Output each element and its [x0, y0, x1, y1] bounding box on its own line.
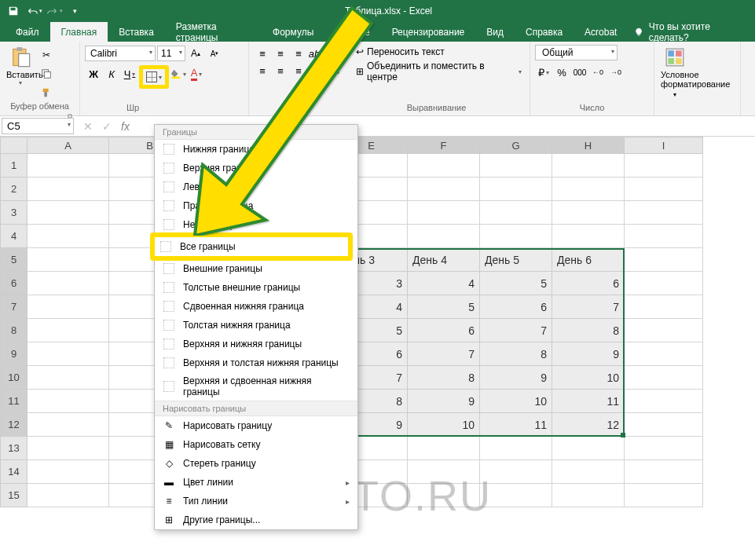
format-painter-icon[interactable]	[38, 84, 55, 101]
row-header-13[interactable]: 13	[0, 437, 27, 460]
col-header-A[interactable]: A	[27, 137, 109, 154]
cell[interactable]	[27, 460, 109, 484]
cell[interactable]: 10	[408, 413, 480, 437]
border-option[interactable]: Верхняя и нижняя границы	[155, 335, 357, 353]
cell[interactable]	[27, 248, 109, 272]
cell[interactable]	[625, 342, 703, 366]
select-all-corner[interactable]	[0, 137, 27, 154]
cell[interactable]: 6	[552, 272, 625, 295]
increase-indent-icon[interactable]: ⇥	[326, 62, 343, 79]
cell[interactable]	[480, 484, 552, 507]
row-header-12[interactable]: 12	[0, 413, 27, 437]
cell[interactable]	[552, 225, 625, 248]
border-option[interactable]: Правая граница	[155, 196, 357, 215]
cell[interactable]	[27, 342, 109, 366]
row-header-11[interactable]: 11	[0, 390, 27, 413]
bold-button[interactable]: Ж	[85, 65, 102, 82]
percent-format-icon[interactable]: %	[553, 64, 570, 81]
cell[interactable]	[552, 484, 625, 507]
cell[interactable]	[625, 201, 703, 225]
cell[interactable]	[625, 154, 703, 178]
tab-layout[interactable]: Разметка страницы	[165, 22, 262, 42]
row-header-9[interactable]: 9	[0, 342, 27, 366]
cell[interactable]	[625, 272, 703, 295]
cell[interactable]	[552, 460, 625, 484]
increase-font-icon[interactable]: A▴	[187, 45, 204, 62]
cell[interactable]	[27, 178, 109, 201]
row-header-2[interactable]: 2	[0, 178, 27, 201]
cell[interactable]	[480, 178, 552, 201]
cell[interactable]	[625, 413, 703, 437]
cell[interactable]	[27, 225, 109, 248]
cell[interactable]: 9	[552, 342, 625, 366]
border-draw-option[interactable]: ◇Стереть границу	[155, 454, 357, 473]
align-left-icon[interactable]: ≡	[254, 62, 271, 79]
merge-center-button[interactable]: ⊞Объединить и поместить в центре	[353, 59, 525, 84]
cell[interactable]	[625, 366, 703, 390]
underline-button[interactable]: Ч	[121, 65, 138, 82]
cell[interactable]	[27, 437, 109, 460]
col-header-F[interactable]: F	[408, 137, 480, 154]
cell[interactable]: День 4	[408, 248, 480, 272]
cell[interactable]	[408, 460, 480, 484]
row-header-1[interactable]: 1	[0, 154, 27, 178]
border-draw-option[interactable]: ≡Тип линии	[155, 492, 357, 511]
paste-button[interactable]: Вставить ▾	[5, 45, 36, 88]
cell[interactable]	[480, 437, 552, 460]
cell[interactable]: 7	[552, 295, 625, 319]
row-header-3[interactable]: 3	[0, 201, 27, 225]
border-option[interactable]: Верхняя граница	[155, 159, 357, 178]
conditional-formatting-button[interactable]: Условное форматирование ▾	[659, 45, 691, 100]
tab-file[interactable]: Файл	[5, 22, 50, 42]
tab-data[interactable]: Данные	[324, 22, 380, 42]
tell-me[interactable]: Что вы хотите сделать?	[628, 22, 755, 42]
row-header-10[interactable]: 10	[0, 366, 27, 390]
cell[interactable]	[552, 201, 625, 225]
cell[interactable]	[625, 225, 703, 248]
font-name-combo[interactable]: Calibri	[85, 46, 156, 61]
tab-home[interactable]: Главная	[50, 22, 108, 42]
cancel-formula-icon[interactable]: ✕	[83, 120, 93, 133]
cell[interactable]	[552, 178, 625, 201]
cell[interactable]	[27, 295, 109, 319]
cell[interactable]	[408, 225, 480, 248]
number-format-combo[interactable]: Общий	[535, 45, 618, 60]
row-header-4[interactable]: 4	[0, 225, 27, 248]
cell[interactable]	[408, 154, 480, 178]
fill-color-button[interactable]	[170, 65, 187, 82]
cell[interactable]	[480, 460, 552, 484]
cell[interactable]	[625, 295, 703, 319]
cell[interactable]: 8	[552, 319, 625, 342]
cell[interactable]: 11	[480, 413, 552, 437]
border-draw-option[interactable]: ⊞Другие границы...	[155, 511, 357, 529]
accounting-format-icon[interactable]: ₽	[535, 64, 552, 81]
decrease-decimal-icon[interactable]: →0	[607, 64, 625, 81]
cell[interactable]	[408, 484, 480, 507]
decrease-font-icon[interactable]: A▾	[206, 45, 223, 62]
align-top-icon[interactable]: ≡	[254, 45, 271, 62]
border-option[interactable]: Нет границы	[155, 215, 357, 234]
cell[interactable]	[27, 272, 109, 295]
col-header-H[interactable]: H	[552, 137, 625, 154]
col-header-G[interactable]: G	[480, 137, 552, 154]
cell[interactable]	[408, 178, 480, 201]
customize-qat-icon[interactable]: ▾	[64, 1, 85, 21]
col-header-I[interactable]: I	[625, 137, 703, 154]
cell[interactable]: 7	[408, 342, 480, 366]
save-icon[interactable]	[3, 1, 24, 21]
cell[interactable]	[625, 460, 703, 484]
cell[interactable]	[625, 437, 703, 460]
cell[interactable]	[27, 201, 109, 225]
cell[interactable]	[408, 201, 480, 225]
align-right-icon[interactable]: ≡	[290, 62, 307, 79]
tab-view[interactable]: Вид	[475, 22, 515, 42]
row-header-15[interactable]: 15	[0, 484, 27, 507]
cell[interactable]	[27, 484, 109, 507]
redo-icon[interactable]: ▾	[44, 1, 64, 21]
font-size-combo[interactable]: 11	[157, 46, 185, 61]
cell[interactable]	[27, 390, 109, 413]
cell[interactable]: 7	[480, 319, 552, 342]
row-header-5[interactable]: 5	[0, 248, 27, 272]
font-color-button[interactable]: A	[188, 65, 205, 82]
cell[interactable]	[27, 154, 109, 178]
